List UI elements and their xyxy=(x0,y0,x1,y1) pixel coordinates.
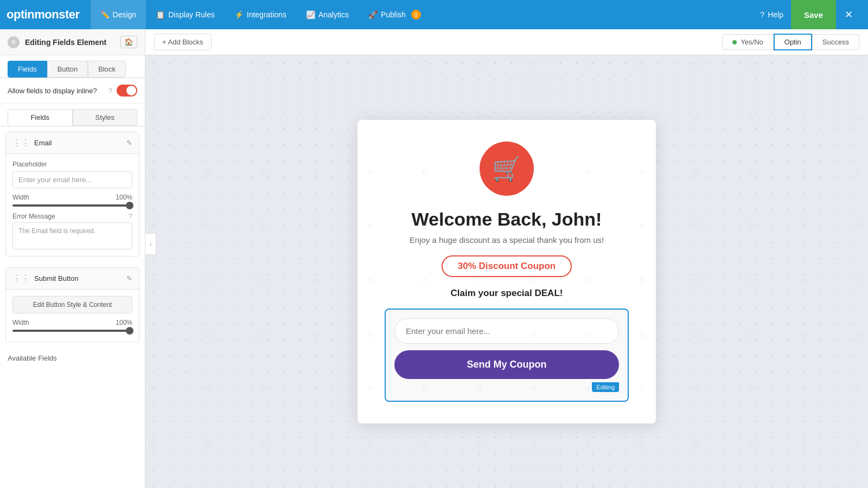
width-label: Width xyxy=(12,194,29,201)
canvas-toolbar: + Add Blocks Yes/No Optin Success xyxy=(145,29,868,55)
app-body: ✕ Editing Fields Element 🏠 Fields Button… xyxy=(0,29,868,488)
help-tooltip-icon[interactable]: ? xyxy=(108,87,112,95)
error-help-icon[interactable]: ? xyxy=(129,212,132,220)
close-button[interactable]: ✕ xyxy=(836,9,861,21)
popup-title: Welcome Back, John! xyxy=(385,209,629,230)
inline-fields-option: Allow fields to display inline? ? xyxy=(0,78,145,104)
drag-handle-icon[interactable]: ⋮⋮ xyxy=(12,138,30,148)
inline-toggle[interactable] xyxy=(117,85,137,97)
submit-slider-thumb[interactable] xyxy=(126,327,133,335)
cart-icon-circle: 🛒 xyxy=(480,142,534,196)
error-msg-textarea[interactable]: The Email field is required. xyxy=(12,222,132,249)
nav-integrations[interactable]: ⚡ Integrations xyxy=(225,0,296,29)
add-blocks-button[interactable]: + Add Blocks xyxy=(154,34,212,50)
nav-integrations-label: Integrations xyxy=(247,10,286,19)
yesno-dot-icon xyxy=(732,40,737,44)
sidebar-title: Editing Fields Element xyxy=(25,38,115,47)
sidebar-home-button[interactable]: 🏠 xyxy=(120,36,137,48)
email-field-name: Email xyxy=(34,139,122,147)
inline-label: Allow fields to display inline? xyxy=(8,87,104,95)
sidebar-close-button[interactable]: ✕ xyxy=(8,36,20,48)
nav-analytics[interactable]: 📈 Analytics xyxy=(296,0,359,29)
send-coupon-button[interactable]: Send My Coupon xyxy=(394,350,619,379)
view-tab-yesno[interactable]: Yes/No xyxy=(722,34,774,50)
integrations-icon: ⚡ xyxy=(234,10,244,19)
sidebar: ✕ Editing Fields Element 🏠 Fields Button… xyxy=(0,29,145,488)
sidebar-collapse-button[interactable]: ‹ xyxy=(145,233,156,255)
nav-display-rules[interactable]: 📋 Display Rules xyxy=(146,0,225,29)
view-tabs: Yes/No Optin Success xyxy=(722,34,859,50)
nav-publish-label: Publish xyxy=(381,10,406,19)
logo: optinmonster xyxy=(7,8,80,22)
submit-button-header: ⋮⋮ Submit Button ✎ xyxy=(6,268,139,290)
submit-button-name: Submit Button xyxy=(34,274,122,282)
view-tab-optin[interactable]: Optin xyxy=(774,34,812,50)
width-slider-fill xyxy=(12,204,132,207)
submit-width-label: Width xyxy=(12,319,29,326)
nav-publish[interactable]: 🚀 Publish 0 xyxy=(359,0,431,29)
width-slider-thumb[interactable] xyxy=(126,202,133,209)
tab-block[interactable]: Block xyxy=(88,61,126,78)
width-row: Width 100% xyxy=(12,194,132,201)
sub-tab-styles[interactable]: Styles xyxy=(73,109,138,126)
submit-width-value: 100% xyxy=(116,319,132,326)
available-fields-label: Available Fields xyxy=(0,348,145,365)
publish-icon: 🚀 xyxy=(368,10,378,19)
submit-slider-fill xyxy=(12,330,132,332)
sub-tab-fields[interactable]: Fields xyxy=(8,109,73,126)
email-field-body: Placeholder Width 100% Error Message ? T… xyxy=(6,154,139,256)
display-rules-icon: 📋 xyxy=(156,10,165,19)
email-field-section: ⋮⋮ Email ✎ Placeholder Width 100% Error … xyxy=(5,132,139,256)
placeholder-label: Placeholder xyxy=(12,160,132,168)
canvas-area: + Add Blocks Yes/No Optin Success 🛒 Welc… xyxy=(145,29,868,488)
editing-badge: Editing xyxy=(592,382,619,392)
placeholder-input[interactable] xyxy=(12,171,132,188)
submit-button-section: ⋮⋮ Submit Button ✎ Edit Button Style & C… xyxy=(5,267,139,342)
email-edit-icon[interactable]: ✎ xyxy=(126,139,132,147)
cart-icon: 🛒 xyxy=(492,155,522,183)
popup-subtitle: Enjoy a huge discount as a special thank… xyxy=(385,235,629,245)
submit-drag-handle-icon[interactable]: ⋮⋮ xyxy=(12,273,30,284)
tab-button[interactable]: Button xyxy=(47,61,88,78)
help-label: Help xyxy=(768,10,783,19)
tab-fields[interactable]: Fields xyxy=(8,61,47,78)
sidebar-header: ✕ Editing Fields Element 🏠 xyxy=(0,29,145,55)
main-tabs: Fields Button Block xyxy=(0,55,145,78)
submit-width-row: Width 100% xyxy=(12,319,132,326)
help-icon: ? xyxy=(760,10,764,19)
error-msg-label: Error Message xyxy=(12,213,55,220)
top-navigation: optinmonster ✏️ Design 📋 Display Rules ⚡… xyxy=(0,0,868,29)
save-button[interactable]: Save xyxy=(791,0,836,29)
design-icon: ✏️ xyxy=(100,10,110,19)
submit-button-body: Edit Button Style & Content Width 100% xyxy=(6,290,139,342)
email-field-header: ⋮⋮ Email ✎ xyxy=(6,132,139,154)
nav-display-rules-label: Display Rules xyxy=(168,10,215,19)
width-slider-track[interactable] xyxy=(12,204,132,207)
submit-width-slider-track[interactable] xyxy=(12,330,132,332)
view-tab-yesno-label: Yes/No xyxy=(741,38,763,46)
nav-design-label: Design xyxy=(113,10,137,19)
error-msg-row: Error Message ? xyxy=(12,212,132,220)
sub-tabs: Fields Styles xyxy=(0,104,145,126)
coupon-badge: 30% Discount Coupon xyxy=(442,255,572,277)
logo-text: optinmonster xyxy=(7,8,80,22)
popup-card: 🛒 Welcome Back, John! Enjoy a huge disco… xyxy=(358,120,656,423)
publish-badge: 0 xyxy=(411,10,421,20)
email-input[interactable] xyxy=(394,318,619,344)
canvas-content: 🛒 Welcome Back, John! Enjoy a huge disco… xyxy=(145,55,868,488)
width-value: 100% xyxy=(116,194,132,201)
popup-claim-label: Claim your special DEAL! xyxy=(385,288,629,299)
submit-edit-icon[interactable]: ✎ xyxy=(126,274,132,282)
help-button[interactable]: ? Help xyxy=(752,10,791,19)
nav-design[interactable]: ✏️ Design xyxy=(91,0,146,29)
nav-right: ? Help Save ✕ xyxy=(752,0,861,29)
nav-analytics-label: Analytics xyxy=(318,10,349,19)
form-area: Send My Coupon Editing xyxy=(385,309,629,402)
edit-button-style-content[interactable]: Edit Button Style & Content xyxy=(12,296,132,313)
analytics-icon: 📈 xyxy=(306,10,315,19)
view-tab-success[interactable]: Success xyxy=(812,34,859,50)
